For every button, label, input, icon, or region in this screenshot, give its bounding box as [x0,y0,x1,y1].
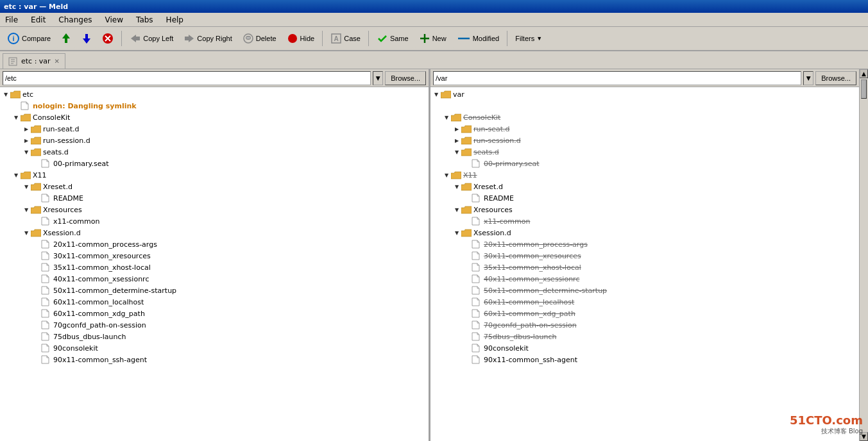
list-item[interactable]: README [430,192,859,204]
delete-button[interactable]: Delete [238,29,281,48]
hide-button[interactable]: Hide [282,29,319,48]
list-item[interactable]: 90consolekit [0,342,429,354]
list-item[interactable]: 00-primary.seat [0,158,429,169]
list-item[interactable]: ▶ run-seat.d [0,123,429,135]
list-item[interactable]: 35x11-common_xhost-local [0,262,429,273]
folder-icon [461,205,472,214]
list-item[interactable]: ▼ Xsession.d [430,227,859,238]
list-item[interactable]: 50x11-common_determine-startup [0,285,429,296]
expander[interactable]: ▶ [452,136,461,145]
list-item[interactable]: 60x11-common_localhost [430,296,859,308]
expander[interactable]: ▶ [452,124,461,133]
modified-button[interactable]: Modified [452,29,504,48]
list-item[interactable]: ▼ Xreset.d [430,181,859,192]
expander[interactable]: ▼ [452,147,461,156]
right-path-input[interactable] [433,71,801,85]
stop-button[interactable] [98,29,118,48]
list-item[interactable]: 40x11-common_xsessionrc [430,273,859,285]
left-path-input[interactable] [3,71,371,85]
list-item[interactable]: x11-common [430,215,859,227]
list-item[interactable]: ▼ etc [0,88,429,100]
list-item[interactable]: ▼ Xsession.d [0,227,429,238]
list-item[interactable]: 90consolekit [430,342,859,354]
compare-button[interactable]: i Compare [3,29,55,48]
list-item[interactable]: 35x11-common_xhost-local [430,262,859,273]
menu-file[interactable]: File [3,15,21,25]
list-item[interactable]: ▼ seats.d [430,146,859,158]
right-browse-button[interactable]: Browse... [815,71,856,85]
list-item[interactable]: ▼ seats.d [0,146,429,158]
scroll-thumb[interactable] [861,79,867,99]
list-item[interactable]: ▶ run-session.d [0,135,429,146]
list-item[interactable]: 50x11-common_determine-startup [430,285,859,296]
expander[interactable]: ▼ [22,228,31,237]
list-item[interactable]: 60x11-common_localhost [0,296,429,308]
right-scrollbar[interactable]: ▲ ▼ [859,69,868,441]
expander[interactable]: ▼ [442,113,451,122]
list-item[interactable]: x11-common [0,215,429,227]
left-tree-area[interactable]: ▼ etc nologin: Dangling symlink [0,87,429,441]
expander[interactable]: ▼ [442,171,451,179]
filters-button[interactable]: Filters ▼ [511,29,547,48]
down-button[interactable] [77,29,96,48]
list-item[interactable]: ▼ var [430,88,859,100]
list-item[interactable]: 75dbus_dbus-launch [430,331,859,342]
tab-etc-var[interactable]: etc : var ✕ [3,53,65,69]
expander[interactable]: ▼ [12,171,21,179]
expander[interactable]: ▶ [22,136,31,145]
list-item[interactable]: ▼ ConsoleKit [0,112,429,123]
expander[interactable]: ▼ [22,147,31,156]
scroll-up-button[interactable]: ▲ [860,69,868,78]
copy-right-button[interactable]: Copy Right [179,29,236,48]
menu-edit[interactable]: Edit [28,15,48,25]
list-item[interactable]: 00-primary.seat [430,158,859,169]
right-tree-area[interactable]: ▼ var ▼ ConsoleKit [430,87,859,441]
menu-tabs[interactable]: Tabs [133,15,156,25]
list-item[interactable]: 90x11-common_ssh-agent [430,354,859,365]
menu-changes[interactable]: Changes [56,15,94,25]
list-item[interactable]: 70gconfd_path-on-session [430,319,859,331]
list-item[interactable]: 20x11-common_process-args [0,238,429,250]
list-item[interactable]: ▼ ConsoleKit [430,112,859,123]
left-path-dropdown[interactable]: ▼ [373,71,383,85]
left-browse-button[interactable]: Browse... [385,71,426,85]
case-button[interactable]: A Case [326,29,365,48]
tab-close-button[interactable]: ✕ [55,58,60,65]
list-item[interactable]: ▼ X11 [0,169,429,181]
expander[interactable]: ▼ [452,228,461,237]
new-button[interactable]: New [414,29,451,48]
list-item[interactable]: nologin: Dangling symlink [0,100,429,112]
file-icon [472,344,482,353]
list-item[interactable]: ▼ Xresources [0,204,429,215]
copy-left-button[interactable]: Copy Left [125,29,178,48]
list-item[interactable]: ▶ run-session.d [430,135,859,146]
menu-help[interactable]: Help [164,15,186,25]
expander[interactable]: ▼ [12,113,21,122]
menu-view[interactable]: View [103,15,126,25]
list-item[interactable]: 75dbus_dbus-launch [0,331,429,342]
list-item[interactable]: 30x11-common_xresources [0,250,429,262]
list-item[interactable]: 30x11-common_xresources [430,250,859,262]
item-label: 50x11-common_determine-startup [484,287,607,295]
list-item[interactable]: 90x11-common_ssh-agent [0,354,429,365]
list-item[interactable]: 20x11-common_process-args [430,238,859,250]
list-item[interactable]: ▼ Xresources [430,204,859,215]
expander[interactable]: ▼ [432,90,441,99]
list-item[interactable]: 70gconfd_path-on-session [0,319,429,331]
list-item[interactable]: ▶ run-seat.d [430,123,859,135]
list-item[interactable]: 40x11-common_xsessionrc [0,273,429,285]
list-item[interactable]: README [0,192,429,204]
up-button[interactable] [56,29,76,48]
expander[interactable]: ▶ [22,124,31,133]
list-item[interactable]: 60x11-common_xdg_path [0,308,429,319]
expander[interactable]: ▼ [22,205,31,214]
list-item[interactable]: ▼ X11 [430,169,859,181]
expander[interactable]: ▼ [452,182,461,191]
expander[interactable]: ▼ [452,205,461,214]
list-item[interactable]: ▼ Xreset.d [0,181,429,192]
right-path-dropdown[interactable]: ▼ [803,71,813,85]
same-button[interactable]: Same [372,29,413,48]
list-item[interactable]: 60x11-common_xdg_path [430,308,859,319]
expander[interactable]: ▼ [1,90,10,99]
expander[interactable]: ▼ [22,182,31,191]
